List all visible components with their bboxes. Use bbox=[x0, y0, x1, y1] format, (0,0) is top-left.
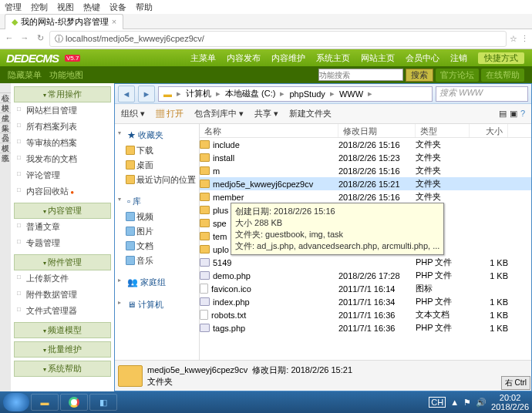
close-icon[interactable]: × bbox=[112, 17, 116, 26]
nav-link[interactable]: 网站主页 bbox=[361, 52, 395, 64]
vtab[interactable]: 模板 bbox=[0, 133, 11, 143]
nav-link[interactable]: 会员中心 bbox=[406, 52, 439, 64]
quick-link[interactable]: 快捷方式 bbox=[478, 52, 524, 64]
column-headers[interactable]: 名称 修改日期 类型 大小 bbox=[200, 124, 531, 138]
menu-item[interactable]: 帮助 bbox=[136, 2, 153, 12]
forward-button[interactable]: → bbox=[19, 33, 31, 45]
crumb[interactable]: 本地磁盘 (C:) bbox=[224, 88, 277, 99]
file-row[interactable]: robots.txt2011/7/1 16:36文本文档1 KB bbox=[200, 308, 531, 321]
open-button[interactable]: ▦ 打开 bbox=[156, 108, 184, 119]
help-icon[interactable]: ? bbox=[520, 109, 525, 119]
task-chrome[interactable] bbox=[60, 394, 88, 411]
tray-icon[interactable]: 🔊 bbox=[476, 398, 487, 408]
new-folder[interactable]: 新建文件夹 bbox=[289, 108, 332, 119]
file-row[interactable]: member2018/2/26 15:16文件夹 bbox=[200, 190, 531, 203]
browser-menu-icon[interactable]: ⋮ bbox=[520, 34, 529, 44]
breadcrumb[interactable]: ▬ ▸计算机 ▸本地磁盘 (C:) ▸phpStudy ▸WWW ▸ bbox=[158, 86, 433, 102]
file-row[interactable]: index.php2011/7/1 16:34PHP 文件1 KB bbox=[200, 295, 531, 308]
share-menu[interactable]: 共享 ▾ bbox=[254, 108, 278, 119]
crumb[interactable]: phpStudy bbox=[288, 89, 326, 99]
sidebar-group-header[interactable]: 频道模型 bbox=[14, 322, 111, 338]
sidebar-group-header[interactable]: 常用操作 bbox=[14, 86, 111, 102]
view-icon[interactable]: ▤ bbox=[499, 109, 507, 119]
tree-item[interactable]: 文档 bbox=[118, 239, 196, 254]
browser-tab[interactable]: ◆ 我的网站-织梦内容管理 × bbox=[5, 14, 123, 29]
tree-item[interactable]: 视频 bbox=[118, 210, 196, 224]
explorer-forward[interactable]: ► bbox=[138, 86, 155, 102]
file-row[interactable]: favicon.ico2011/7/1 16:14图标 bbox=[200, 282, 531, 295]
help-link[interactable]: 在线帮助 bbox=[481, 69, 524, 82]
vtab[interactable]: 模块 bbox=[0, 93, 11, 103]
menu-item[interactable]: 控制 bbox=[31, 2, 48, 12]
sidebar-item[interactable]: 所有档案列表 bbox=[14, 119, 111, 135]
nav-link[interactable]: 内容维护 bbox=[271, 52, 305, 64]
start-button[interactable] bbox=[3, 393, 29, 411]
nav-link[interactable]: 系统主页 bbox=[316, 52, 350, 64]
bookmark-icon[interactable]: ☆ bbox=[510, 34, 517, 44]
sidebar-item[interactable]: 评论管理 bbox=[14, 167, 111, 183]
tree-item[interactable]: 音乐 bbox=[118, 254, 196, 268]
sidebar-group-header[interactable]: 附件管理 bbox=[14, 254, 111, 270]
sidebar-item[interactable]: 上传新文件 bbox=[14, 270, 111, 287]
nav-link[interactable]: 主菜单 bbox=[190, 52, 216, 64]
sidebar-group-header[interactable]: 内容管理 bbox=[14, 203, 111, 219]
sidebar-item[interactable]: 附件数据管理 bbox=[14, 287, 111, 303]
sidebar-item[interactable]: 文件式管理器 bbox=[14, 303, 111, 319]
sidebar-item[interactable]: 网站栏目管理 bbox=[14, 102, 111, 119]
lang-indicator[interactable]: CH bbox=[429, 397, 446, 408]
back-button[interactable]: ← bbox=[3, 33, 15, 45]
vtab[interactable]: 核心 bbox=[0, 83, 11, 93]
vtab[interactable]: 生成 bbox=[0, 103, 11, 113]
menu-item[interactable]: 设备 bbox=[109, 2, 126, 12]
reload-button[interactable]: ↻ bbox=[34, 33, 46, 45]
menu-item[interactable]: 管理 bbox=[5, 2, 22, 12]
sidebar-item[interactable]: 内容回收站 ● bbox=[14, 183, 111, 200]
cms-search-button[interactable]: 搜索 bbox=[406, 69, 433, 82]
cms-search-input[interactable] bbox=[318, 69, 403, 81]
clock[interactable]: 20:022018/2/26 bbox=[491, 393, 529, 411]
include-menu[interactable]: 包含到库中 ▾ bbox=[194, 108, 244, 119]
sidebar-item[interactable]: 我发布的文档 bbox=[14, 151, 111, 167]
tree-item[interactable]: 下载 bbox=[118, 143, 196, 158]
nav-link[interactable]: 内容发布 bbox=[227, 52, 261, 64]
vtab[interactable]: 会员 bbox=[0, 123, 11, 133]
vtab[interactable]: 采集 bbox=[0, 113, 11, 123]
task-explorer[interactable]: ▬ bbox=[31, 394, 59, 411]
tree-item[interactable]: 桌面 bbox=[118, 158, 196, 173]
tree-item[interactable]: 图片 bbox=[118, 224, 196, 239]
sidebar-item[interactable]: 普通文章 bbox=[14, 219, 111, 235]
tray-icon[interactable]: ⚑ bbox=[463, 398, 471, 408]
tray-icon[interactable]: ▲ bbox=[450, 398, 459, 407]
vtab[interactable]: 系统 bbox=[0, 143, 11, 153]
file-row[interactable]: m2018/2/26 15:16文件夹 bbox=[200, 164, 531, 177]
file-row[interactable]: demo.php2018/2/26 17:28PHP 文件1 KB bbox=[200, 269, 531, 282]
file-row[interactable]: medjo5e_kwweyj6cpez9cv2018/2/26 15:21文件夹 bbox=[200, 177, 531, 190]
sidebar-item[interactable]: 专题管理 bbox=[14, 235, 111, 251]
crumb[interactable]: 计算机 bbox=[184, 88, 213, 99]
func-map[interactable]: 功能地图 bbox=[49, 69, 83, 81]
file-row[interactable]: install2018/2/26 15:23文件夹 bbox=[200, 151, 531, 164]
organize-menu[interactable]: 组织 ▾ bbox=[121, 108, 145, 119]
nav-link[interactable]: 注销 bbox=[450, 52, 467, 64]
explorer-search[interactable]: 搜索 WWW bbox=[436, 86, 528, 102]
tree-homegroup[interactable]: 👥 家庭组 bbox=[118, 274, 196, 290]
task-app[interactable]: ◧ bbox=[89, 394, 117, 411]
file-row[interactable]: tags.php2011/7/1 16:36PHP 文件1 KB bbox=[200, 321, 531, 334]
sidebar-item[interactable]: 等审核的档案 bbox=[14, 135, 111, 151]
tree-item[interactable]: 最近访问的位置 bbox=[118, 173, 196, 187]
sidebar-group-header[interactable]: 批量维护 bbox=[14, 341, 111, 358]
sidebar-group-header[interactable]: 系统帮助 bbox=[14, 361, 111, 377]
crumb[interactable]: WWW bbox=[338, 89, 365, 99]
hide-menu[interactable]: 隐藏菜单 bbox=[8, 69, 42, 81]
forum-link[interactable]: 官方论坛 bbox=[436, 69, 479, 82]
preview-icon[interactable]: ▣ bbox=[510, 109, 517, 119]
file-row[interactable]: include2018/2/26 15:16文件夹 bbox=[200, 138, 531, 151]
address-bar[interactable]: ⓘ localhost/medjo5e_kwweyj6cpez9cv/ bbox=[49, 31, 507, 47]
tree-favorites[interactable]: ★ 收藏夹 bbox=[118, 127, 196, 143]
menu-item[interactable]: 视图 bbox=[57, 2, 74, 12]
tree-computer[interactable]: 🖥 计算机 bbox=[118, 297, 196, 313]
menu-item[interactable]: 热键 bbox=[83, 2, 100, 12]
file-row[interactable]: 5149PHP 文件1 KB bbox=[200, 256, 531, 269]
explorer-back[interactable]: ◄ bbox=[118, 86, 135, 102]
tree-libraries[interactable]: ▫ 库 bbox=[118, 193, 196, 210]
